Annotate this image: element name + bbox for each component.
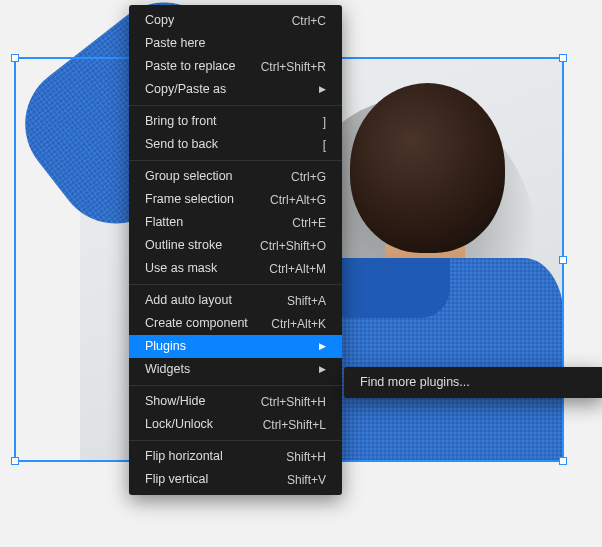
menu-item-copy-paste-as[interactable]: Copy/Paste as▶ [129, 78, 342, 101]
menu-item-shortcut: Ctrl+Alt+K [271, 318, 326, 330]
menu-separator [129, 284, 342, 285]
menu-item-label: Bring to front [145, 115, 217, 128]
menu-item-shortcut: Ctrl+Alt+G [270, 194, 326, 206]
menu-item-label: Plugins [145, 340, 186, 353]
menu-item-label: Flip horizontal [145, 450, 223, 463]
menu-item-paste-here[interactable]: Paste here [129, 32, 342, 55]
menu-item-shortcut: Ctrl+G [291, 171, 326, 183]
menu-item-shortcut: Shift+A [287, 295, 326, 307]
menu-item-use-as-mask[interactable]: Use as maskCtrl+Alt+M [129, 257, 342, 280]
menu-item-bring-to-front[interactable]: Bring to front] [129, 110, 342, 133]
canvas[interactable]: CopyCtrl+CPaste herePaste to replaceCtrl… [0, 0, 602, 547]
menu-item-label: Paste here [145, 37, 205, 50]
menu-item-copy[interactable]: CopyCtrl+C [129, 9, 342, 32]
menu-item-flatten[interactable]: FlattenCtrl+E [129, 211, 342, 234]
menu-item-label: Lock/Unlock [145, 418, 213, 431]
menu-item-shortcut: Ctrl+Shift+H [261, 396, 326, 408]
menu-item-label: Use as mask [145, 262, 217, 275]
menu-item-label: Copy/Paste as [145, 83, 226, 96]
menu-item-label: Group selection [145, 170, 233, 183]
menu-item-show-hide[interactable]: Show/HideCtrl+Shift+H [129, 390, 342, 413]
menu-item-label: Widgets [145, 363, 190, 376]
menu-item-shortcut: Ctrl+E [292, 217, 326, 229]
chevron-right-icon: ▶ [319, 85, 326, 94]
menu-separator [129, 160, 342, 161]
menu-item-label: Flatten [145, 216, 183, 229]
menu-item-shortcut: Ctrl+Shift+R [261, 61, 326, 73]
menu-item-paste-to-replace[interactable]: Paste to replaceCtrl+Shift+R [129, 55, 342, 78]
menu-item-shortcut: Ctrl+Alt+M [269, 263, 326, 275]
menu-item-flip-horizontal[interactable]: Flip horizontalShift+H [129, 445, 342, 468]
menu-item-group-selection[interactable]: Group selectionCtrl+G [129, 165, 342, 188]
plugins-submenu: Find more plugins... [344, 367, 602, 398]
menu-item-flip-vertical[interactable]: Flip verticalShift+V [129, 468, 342, 491]
menu-item-find-more-plugins[interactable]: Find more plugins... [344, 371, 602, 394]
menu-item-send-to-back[interactable]: Send to back[ [129, 133, 342, 156]
menu-item-lock-unlock[interactable]: Lock/UnlockCtrl+Shift+L [129, 413, 342, 436]
menu-item-frame-selection[interactable]: Frame selectionCtrl+Alt+G [129, 188, 342, 211]
menu-item-shortcut: Ctrl+Shift+L [263, 419, 326, 431]
menu-item-shortcut: ] [323, 116, 326, 128]
menu-separator [129, 385, 342, 386]
chevron-right-icon: ▶ [319, 342, 326, 351]
resize-handle-top-left[interactable] [11, 54, 19, 62]
menu-item-label: Show/Hide [145, 395, 205, 408]
resize-handle-bottom-left[interactable] [11, 457, 19, 465]
menu-item-label: Paste to replace [145, 60, 235, 73]
menu-item-label: Frame selection [145, 193, 234, 206]
menu-item-label: Copy [145, 14, 174, 27]
menu-item-label: Find more plugins... [360, 376, 470, 389]
menu-item-label: Flip vertical [145, 473, 208, 486]
menu-item-shortcut: Ctrl+C [292, 15, 326, 27]
menu-item-label: Create component [145, 317, 248, 330]
menu-item-add-auto-layout[interactable]: Add auto layoutShift+A [129, 289, 342, 312]
menu-item-plugins[interactable]: Plugins▶ [129, 335, 342, 358]
menu-item-shortcut: [ [323, 139, 326, 151]
menu-item-label: Add auto layout [145, 294, 232, 307]
menu-separator [129, 105, 342, 106]
menu-item-shortcut: Shift+V [287, 474, 326, 486]
menu-item-shortcut: Shift+H [286, 451, 326, 463]
menu-item-widgets[interactable]: Widgets▶ [129, 358, 342, 381]
menu-item-label: Send to back [145, 138, 218, 151]
menu-item-create-component[interactable]: Create componentCtrl+Alt+K [129, 312, 342, 335]
menu-item-label: Outline stroke [145, 239, 222, 252]
chevron-right-icon: ▶ [319, 365, 326, 374]
menu-separator [129, 440, 342, 441]
context-menu: CopyCtrl+CPaste herePaste to replaceCtrl… [129, 5, 342, 495]
menu-item-outline-stroke[interactable]: Outline strokeCtrl+Shift+O [129, 234, 342, 257]
menu-item-shortcut: Ctrl+Shift+O [260, 240, 326, 252]
